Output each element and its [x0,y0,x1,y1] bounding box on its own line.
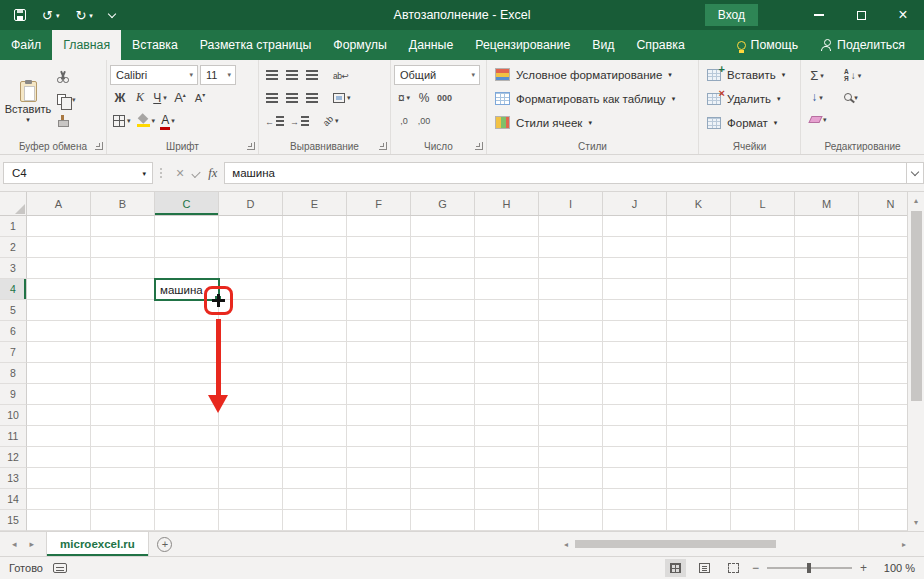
zoom-slider-thumb[interactable] [807,563,811,573]
clear-button[interactable] [807,109,830,130]
cell-M14[interactable] [795,489,859,510]
cell-C1[interactable] [155,216,219,237]
cell-F13[interactable] [347,468,411,489]
cell-C6[interactable] [155,321,219,342]
cell-G1[interactable] [411,216,475,237]
cell-E13[interactable] [283,468,347,489]
help-button[interactable]: Помощь [726,38,810,52]
cell-H15[interactable] [475,510,539,531]
cell-K13[interactable] [667,468,731,489]
cell-G4[interactable] [411,279,475,300]
column-header-G[interactable]: G [411,192,475,215]
cell-H11[interactable] [475,426,539,447]
cell-B8[interactable] [91,363,155,384]
cell-M12[interactable] [795,447,859,468]
vertical-scrollbar-thumb[interactable] [911,211,922,401]
column-header-I[interactable]: I [539,192,603,215]
column-header-D[interactable]: D [219,192,283,215]
zoom-in-button[interactable] [860,561,867,575]
row-header-6[interactable]: 6 [0,321,27,342]
decrease-indent-button[interactable] [262,110,287,131]
cell-C13[interactable] [155,468,219,489]
row-header-13[interactable]: 13 [0,468,27,489]
cell-G8[interactable] [411,363,475,384]
enter-check-icon[interactable] [192,168,201,177]
cell-I4[interactable] [539,279,603,300]
cell-D6[interactable] [219,321,283,342]
minimize-button[interactable] [798,0,840,30]
cell-E12[interactable] [283,447,347,468]
cell-K6[interactable] [667,321,731,342]
cell-K2[interactable] [667,237,731,258]
merge-center-button[interactable] [330,87,354,108]
cell-M10[interactable] [795,405,859,426]
cancel-icon[interactable] [176,165,184,181]
font-size-select[interactable]: 11 [200,65,236,85]
cell-C12[interactable] [155,447,219,468]
cell-I3[interactable] [539,258,603,279]
cell-K9[interactable] [667,384,731,405]
cell-I7[interactable] [539,342,603,363]
dialog-launcher-icon[interactable] [379,142,387,150]
column-header-B[interactable]: B [91,192,155,215]
cell-J10[interactable] [603,405,667,426]
cell-I15[interactable] [539,510,603,531]
sort-filter-button[interactable] [841,65,864,86]
cell-M7[interactable] [795,342,859,363]
dialog-launcher-icon[interactable] [95,142,103,150]
cell-L1[interactable] [731,216,795,237]
cell-K10[interactable] [667,405,731,426]
column-header-M[interactable]: M [795,192,859,215]
customize-qat-button[interactable] [101,0,123,30]
row-header-5[interactable]: 5 [0,300,27,321]
cell-L5[interactable] [731,300,795,321]
cell-A5[interactable] [27,300,91,321]
cell-M9[interactable] [795,384,859,405]
align-bottom-button[interactable] [302,64,322,85]
sheet-tab-active[interactable]: microexcel.ru [46,532,149,556]
row-header-7[interactable]: 7 [0,342,27,363]
conditional-formatting-button[interactable]: Условное форматирование [490,64,695,85]
cell-D13[interactable] [219,468,283,489]
add-sheet-button[interactable] [149,532,181,556]
cell-H7[interactable] [475,342,539,363]
cell-H4[interactable] [475,279,539,300]
cell-H2[interactable] [475,237,539,258]
cell-G2[interactable] [411,237,475,258]
cell-A4[interactable] [27,279,91,300]
accounting-format-button[interactable] [394,87,414,108]
cell-E10[interactable] [283,405,347,426]
cell-B10[interactable] [91,405,155,426]
cell-I10[interactable] [539,405,603,426]
select-all-button[interactable] [0,192,27,215]
borders-button[interactable] [110,110,134,131]
cell-J3[interactable] [603,258,667,279]
cell-B14[interactable] [91,489,155,510]
cell-H10[interactable] [475,405,539,426]
insert-cells-button[interactable]: Вставить [702,64,797,85]
cell-I8[interactable] [539,363,603,384]
cell-L3[interactable] [731,258,795,279]
cell-I2[interactable] [539,237,603,258]
cell-E15[interactable] [283,510,347,531]
share-button[interactable]: Поделиться [809,38,916,52]
format-painter-button[interactable] [53,111,80,131]
cell-F12[interactable] [347,447,411,468]
cell-K8[interactable] [667,363,731,384]
cell-B4[interactable] [91,279,155,300]
cell-K1[interactable] [667,216,731,237]
cell-B1[interactable] [91,216,155,237]
cell-M1[interactable] [795,216,859,237]
tab-главная[interactable]: Главная [52,30,121,60]
previous-sheet-icon[interactable] [12,539,17,549]
cell-E3[interactable] [283,258,347,279]
font-name-select[interactable]: Calibri [110,65,198,85]
formula-input[interactable]: машина [224,162,906,184]
cell-C14[interactable] [155,489,219,510]
cell-M2[interactable] [795,237,859,258]
name-box[interactable]: C4 [3,162,153,184]
cell-A11[interactable] [27,426,91,447]
cell-L11[interactable] [731,426,795,447]
cell-K14[interactable] [667,489,731,510]
shrink-font-button[interactable]: А [190,87,210,108]
